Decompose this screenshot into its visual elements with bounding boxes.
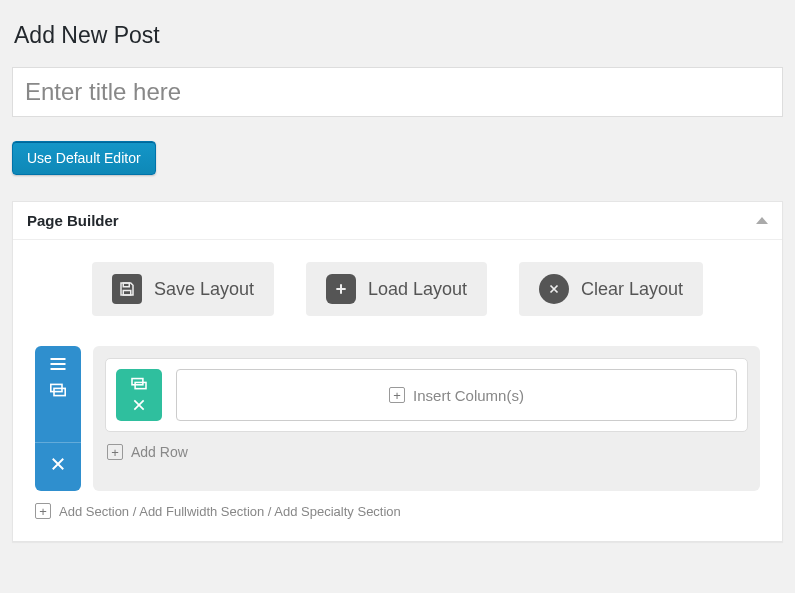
- clear-layout-label: Clear Layout: [581, 279, 683, 300]
- svg-rect-1: [123, 291, 131, 296]
- builder-section: + Insert Column(s) + Add Row: [35, 346, 760, 491]
- save-layout-button[interactable]: Save Layout: [92, 262, 274, 316]
- section-body: + Insert Column(s) + Add Row: [93, 346, 760, 491]
- collapse-up-icon: [756, 217, 768, 224]
- delete-row-icon[interactable]: [131, 397, 147, 413]
- metabox-header[interactable]: Page Builder: [13, 202, 782, 240]
- close-circle-icon: [539, 274, 569, 304]
- row-copy-icon: [129, 377, 149, 391]
- add-section-button[interactable]: + Add Section / Add Fullwidth Section / …: [35, 503, 760, 519]
- insert-columns-label: Insert Column(s): [413, 387, 524, 404]
- section-drag-handle[interactable]: [35, 346, 81, 491]
- hamburger-icon: [48, 356, 68, 372]
- plus-icon: [326, 274, 356, 304]
- save-layout-label: Save Layout: [154, 279, 254, 300]
- add-row-button[interactable]: + Add Row: [105, 442, 748, 460]
- svg-rect-0: [123, 283, 129, 287]
- clear-layout-button[interactable]: Clear Layout: [519, 262, 703, 316]
- row-drag-handle[interactable]: [116, 369, 162, 421]
- metabox-title: Page Builder: [27, 212, 119, 229]
- plus-box-icon: +: [35, 503, 51, 519]
- delete-section-icon[interactable]: [49, 455, 67, 473]
- plus-box-icon: +: [107, 444, 123, 460]
- metabox-body: Save Layout Load Layout Clear Layout: [13, 240, 782, 541]
- post-title-input[interactable]: [12, 67, 783, 117]
- builder-row: + Insert Column(s): [105, 358, 748, 432]
- page-heading: Add New Post: [14, 22, 783, 49]
- layout-action-bar: Save Layout Load Layout Clear Layout: [35, 262, 760, 316]
- use-default-editor-button[interactable]: Use Default Editor: [12, 141, 156, 175]
- load-layout-label: Load Layout: [368, 279, 467, 300]
- svg-rect-4: [132, 379, 143, 385]
- save-icon: [112, 274, 142, 304]
- copy-icon: [48, 382, 68, 398]
- plus-box-icon: +: [389, 387, 405, 403]
- load-layout-button[interactable]: Load Layout: [306, 262, 487, 316]
- page-builder-metabox: Page Builder Save Layout Load Layout: [12, 201, 783, 542]
- insert-columns-button[interactable]: + Insert Column(s): [176, 369, 737, 421]
- add-row-label: Add Row: [131, 444, 188, 460]
- add-section-label: Add Section / Add Fullwidth Section / Ad…: [59, 504, 401, 519]
